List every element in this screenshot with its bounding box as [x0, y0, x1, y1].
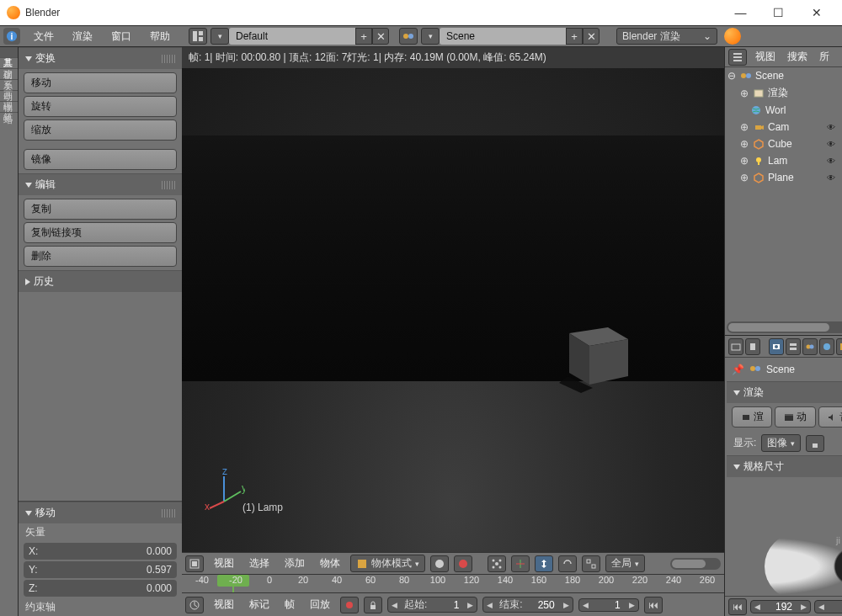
- vector-z-field[interactable]: Z:0.000: [24, 580, 177, 597]
- scene-browse-button[interactable]: [399, 28, 418, 45]
- outliner-row[interactable]: ⊕ 渲染: [725, 84, 842, 102]
- vf-select[interactable]: 选择: [244, 555, 274, 572]
- expand-icon[interactable]: ⊕: [739, 155, 749, 167]
- expand-icon[interactable]: ⊕: [739, 138, 749, 150]
- dimensions-panel-header[interactable]: 规格尺寸: [727, 455, 842, 477]
- outliner-row[interactable]: ⊕ Plane 👁↖📷: [725, 169, 842, 186]
- menu-help[interactable]: 帮助: [141, 28, 179, 45]
- mode-select[interactable]: 物体模式 ▾: [350, 555, 425, 572]
- info-editor-icon[interactable]: i: [3, 28, 20, 45]
- cursor-icon[interactable]: ↖: [838, 138, 842, 151]
- scene-dropdown-button[interactable]: ▾: [421, 28, 440, 45]
- cursor-icon[interactable]: ↖: [838, 172, 842, 184]
- frame-counter-field[interactable]: ◀ 192 ▶: [750, 600, 811, 613]
- vtab-greasepencil[interactable]: 蜡笔: [0, 102, 18, 113]
- timeline-ruler[interactable]: -40 -20 0 20 40 60 80 100 120 140 160 18…: [182, 574, 724, 592]
- jump-prev-button[interactable]: ⏮: [728, 598, 747, 615]
- incr-icon[interactable]: ▶: [560, 599, 573, 611]
- incr-icon[interactable]: ▶: [626, 599, 638, 611]
- eye-icon[interactable]: 👁: [824, 172, 837, 184]
- pivot-button[interactable]: [488, 555, 506, 572]
- ol-view[interactable]: 视图: [752, 48, 779, 66]
- outliner-row[interactable]: Worl: [725, 102, 842, 119]
- prop-tab-object[interactable]: [836, 338, 842, 355]
- grip-icon[interactable]: [162, 509, 175, 518]
- prop-tab-render[interactable]: [769, 338, 784, 355]
- cursor-icon[interactable]: ↖: [838, 121, 842, 134]
- end-frame-field[interactable]: ◀ 结束: 250 ▶: [482, 597, 573, 613]
- scale-button[interactable]: 缩放: [24, 119, 177, 141]
- vtab-create[interactable]: 创建: [0, 58, 18, 69]
- vtab-tools[interactable]: 工具: [0, 47, 18, 58]
- prop-tab-scene[interactable]: [802, 338, 818, 355]
- translate-button[interactable]: 移动: [24, 72, 177, 93]
- prop-tab-editor[interactable]: [728, 338, 743, 355]
- start-frame-field[interactable]: ◀ 起始: 1 ▶: [387, 597, 477, 613]
- display-select[interactable]: 图像▾: [761, 434, 801, 452]
- vf-object[interactable]: 物体: [315, 555, 345, 572]
- manipulator-button[interactable]: [511, 555, 530, 572]
- expand-icon[interactable]: ⊕: [739, 88, 749, 99]
- audio-button[interactable]: 音: [818, 406, 842, 427]
- layout-add-button[interactable]: +: [355, 28, 372, 45]
- menu-window[interactable]: 窗口: [103, 28, 140, 45]
- rotate-button[interactable]: 旋转: [24, 96, 177, 117]
- tf-frame[interactable]: 帧: [280, 596, 300, 613]
- tf-marker[interactable]: 标记: [244, 596, 274, 613]
- lock-display-button[interactable]: [806, 435, 824, 452]
- outliner-row[interactable]: ⊕ Cam 👁↖📷: [725, 119, 842, 135]
- vf-add[interactable]: 添加: [280, 555, 310, 572]
- render-engine-select[interactable]: Blender 渲染 ⌄: [616, 28, 717, 45]
- incr-icon[interactable]: ▶: [797, 601, 810, 613]
- vector-x-field[interactable]: X:0.000: [24, 543, 177, 560]
- vtab-physics[interactable]: 物理: [0, 91, 18, 102]
- cursor-icon[interactable]: ↖: [838, 155, 842, 167]
- render-button[interactable]: 渲: [732, 406, 772, 427]
- decr-icon[interactable]: ◀: [751, 601, 764, 613]
- window-maximize-button[interactable]: ☐: [759, 0, 797, 25]
- shading-solid-button[interactable]: [430, 555, 449, 572]
- shading-rendered-button[interactable]: [454, 555, 472, 572]
- panel-edit-header[interactable]: 编辑: [19, 173, 182, 195]
- eye-icon[interactable]: 👁: [824, 138, 837, 151]
- grip-icon[interactable]: [162, 181, 175, 189]
- orientation-select[interactable]: 全局 ▾: [605, 555, 645, 572]
- autokey-button[interactable]: [340, 597, 359, 613]
- jump-start-button[interactable]: ⏮: [644, 597, 663, 613]
- expand-icon[interactable]: ⊖: [727, 70, 737, 82]
- prop-tab-layers[interactable]: [786, 338, 801, 355]
- layout-name-field[interactable]: Default: [229, 28, 355, 45]
- layout-dropdown-button[interactable]: ▾: [210, 28, 229, 45]
- panel-history-header[interactable]: 历史: [19, 270, 182, 292]
- manipulator-scale-button[interactable]: [582, 555, 600, 572]
- eye-icon[interactable]: 👁: [824, 155, 837, 167]
- window-minimize-button[interactable]: —: [722, 0, 759, 25]
- menu-render[interactable]: 渲染: [64, 28, 101, 45]
- tf-view[interactable]: 视图: [209, 596, 239, 613]
- eye-icon[interactable]: 👁: [824, 121, 837, 134]
- manipulator-rotate-button[interactable]: [558, 555, 577, 572]
- layout-delete-button[interactable]: ✕: [372, 28, 389, 45]
- decr-icon[interactable]: ◀: [388, 599, 401, 611]
- decr-icon[interactable]: ◀: [579, 599, 592, 611]
- outliner-editor-button[interactable]: [728, 49, 747, 66]
- decr-icon[interactable]: ◀: [483, 599, 496, 611]
- prop-tab-world[interactable]: [819, 338, 834, 355]
- scroll-thumb[interactable]: [728, 323, 829, 332]
- animation-button[interactable]: 动: [775, 406, 815, 427]
- tf-playback[interactable]: 回放: [305, 596, 335, 613]
- expand-icon[interactable]: ⊕: [739, 172, 749, 183]
- mirror-button[interactable]: 镜像: [24, 149, 177, 170]
- layout-browse-button[interactable]: [189, 28, 207, 45]
- delete-button[interactable]: 删除: [24, 246, 177, 267]
- scene-add-button[interactable]: +: [566, 28, 583, 45]
- layer-scroll[interactable]: [670, 558, 721, 570]
- scene-delete-button[interactable]: ✕: [583, 28, 600, 45]
- incr-icon[interactable]: ▶: [464, 599, 477, 611]
- outliner-row[interactable]: ⊕ Lam 👁↖📷: [725, 152, 842, 169]
- outliner-row[interactable]: ⊕ Cube 👁↖📷: [725, 135, 842, 152]
- step-field[interactable]: ◀ 1: [814, 600, 842, 613]
- current-frame-field[interactable]: ◀ 1 ▶: [578, 598, 639, 612]
- outliner-scene-row[interactable]: ⊖ Scene: [725, 67, 842, 84]
- duplicate-linked-button[interactable]: 复制链接项: [24, 222, 177, 243]
